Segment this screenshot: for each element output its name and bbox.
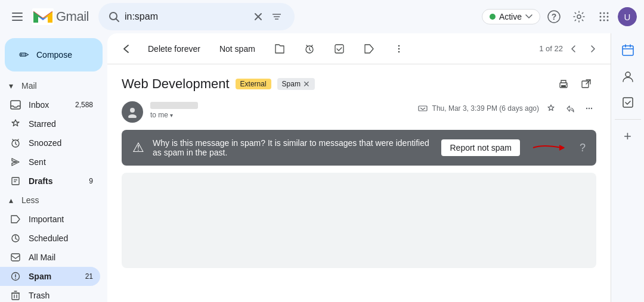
content-area: Delete forever Not spam 1 of 22 [107,33,611,302]
svg-point-44 [398,45,400,46]
reply-button[interactable] [563,101,577,116]
svg-point-49 [566,84,567,85]
sidebar-mail-label: Mail [21,81,37,91]
svg-rect-33 [12,293,19,300]
gmail-logo: Gmail [32,8,89,25]
task-button[interactable] [327,40,352,58]
more-options-button[interactable] [386,40,411,58]
sidebar-section-mail[interactable]: ▾ Mail [0,76,100,95]
trash-icon [10,291,21,300]
new-window-button[interactable] [576,74,596,94]
all-mail-icon [10,253,21,261]
panel-calendar-icon[interactable] [616,38,640,62]
menu-button[interactable] [7,8,27,26]
tag-spam: Spam ✕ [277,78,315,90]
prev-email-button[interactable] [565,41,582,57]
svg-rect-29 [11,254,20,261]
svg-point-45 [398,48,400,49]
delete-forever-button[interactable]: Delete forever [141,41,208,57]
scheduled-label: Scheduled [29,233,93,243]
svg-point-19 [607,16,609,18]
scheduled-icon [10,233,21,243]
report-not-spam-button[interactable]: Report not spam [441,139,520,156]
sidebar-item-less[interactable]: ▴ Less [0,191,100,210]
svg-rect-23 [11,101,20,109]
main-layout: ✏ Compose ▾ Mail Inbox 2,588 Starred [0,33,644,302]
svg-point-56 [591,108,592,109]
panel-tasks-icon[interactable] [616,91,640,114]
svg-point-15 [603,13,605,14]
search-input[interactable] [125,11,250,22]
spam-count: 21 [85,272,93,281]
svg-point-32 [15,278,16,279]
email-subject-row: Web Development External Spam ✕ [122,74,596,94]
topbar-right: Active ? [482,5,637,28]
avatar[interactable]: U [618,7,637,26]
chevron-down-icon: ▾ [5,81,17,91]
important-label: Important [29,214,93,224]
count-text: 1 of 22 [539,44,563,53]
print-button[interactable] [553,74,574,94]
clock-icon [10,138,21,148]
back-button[interactable] [117,39,136,58]
compose-label: Compose [36,50,72,60]
trash-label: Trash [29,291,93,300]
panel-add-icon[interactable]: + [616,124,640,148]
sidebar-item-all-mail[interactable]: All Mail [0,248,100,267]
apps-button[interactable] [593,5,615,28]
sent-label: Sent [29,157,93,167]
sidebar-item-spam[interactable]: Spam 21 [0,267,100,286]
svg-point-21 [603,20,605,21]
profile-image[interactable]: U [618,7,637,26]
svg-rect-2 [12,20,23,21]
task-icon [334,43,345,54]
svg-line-5 [116,19,119,22]
sidebar-item-starred[interactable]: Starred [0,114,100,133]
email-actions-row [553,74,596,94]
sidebar-item-inbox[interactable]: Inbox 2,588 [0,95,100,114]
search-options-button[interactable] [268,8,285,25]
not-spam-button[interactable]: Not spam [212,41,262,57]
svg-point-18 [603,16,605,18]
sidebar-item-scheduled[interactable]: Scheduled [0,229,100,248]
panel-divider [615,119,641,120]
panel-contacts-icon[interactable] [616,64,640,88]
move-label-button[interactable] [357,40,382,58]
help-button[interactable]: ? [543,5,565,28]
tag-external: External [236,79,271,89]
draft-icon [10,176,21,186]
reply-icon [565,104,575,113]
active-status-badge[interactable]: Active [482,9,540,24]
inbox-label: Inbox [29,100,73,110]
svg-point-61 [626,72,630,77]
chevron-down-icon [525,14,532,19]
snooze-button[interactable] [297,40,322,58]
next-email-button[interactable] [584,41,601,57]
spam-help-icon[interactable]: ? [580,142,586,154]
sidebar-item-trash[interactable]: Trash [0,286,100,302]
compose-button[interactable]: ✏ Compose [5,38,103,71]
svg-rect-25 [12,178,19,185]
sidebar-item-important[interactable]: Important [0,210,100,229]
sender-to[interactable]: to me ▾ [150,111,418,119]
not-spam-label: Not spam [219,44,255,54]
move-to-button[interactable] [267,40,292,58]
svg-rect-48 [561,85,566,87]
sidebar-item-sent[interactable]: Sent [0,152,100,172]
sidebar-item-snoozed[interactable]: Snoozed [0,133,100,152]
sidebar: ✏ Compose ▾ Mail Inbox 2,588 Starred [0,33,107,302]
important-icon [10,215,21,223]
less-label: Less [21,195,39,205]
sidebar-item-drafts[interactable]: Drafts 9 [0,172,100,191]
spam-tag-close[interactable]: ✕ [303,79,310,89]
email-view: Web Development External Spam ✕ [107,64,611,302]
drafts-label: Drafts [29,176,86,186]
settings-button[interactable] [568,5,590,28]
search-clear-button[interactable] [250,9,266,24]
svg-text:?: ? [552,12,557,21]
red-arrow-annotation [531,141,566,155]
spam-label: Spam [29,272,83,281]
star-email-button[interactable] [544,101,558,116]
attachment-icon [418,105,428,112]
more-email-options-button[interactable] [582,101,596,116]
